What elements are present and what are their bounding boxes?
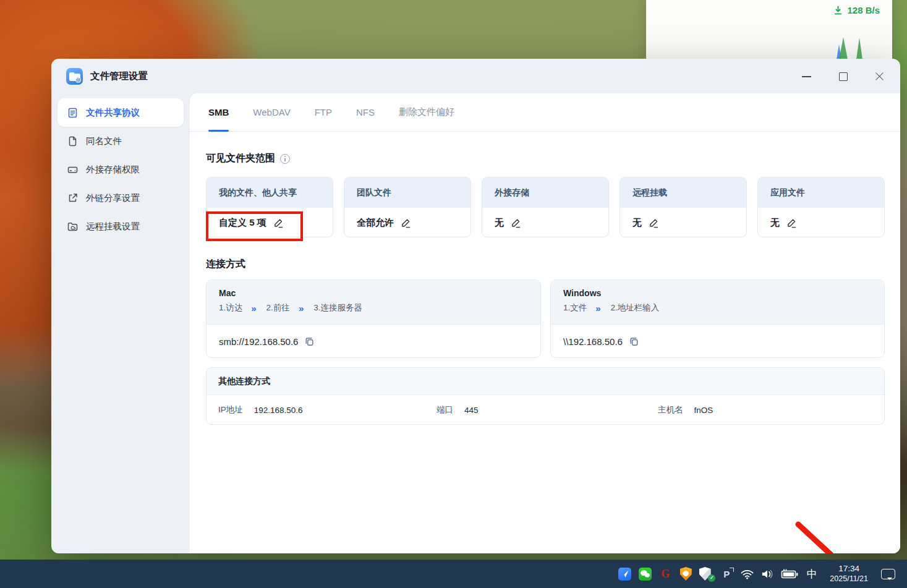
pointer-app-icon[interactable] (617, 565, 632, 583)
clock[interactable]: 17:34 2025/11/21 (830, 564, 868, 584)
clock-date: 2025/11/21 (830, 574, 868, 584)
protocol-tabs: SMB WebDAV FTP NFS 删除文件偏好 (190, 93, 900, 132)
edit-pencil-icon[interactable] (401, 218, 411, 228)
download-icon (833, 6, 843, 15)
connection-steps: 1.文件 » 2.地址栏输入 (563, 302, 872, 313)
mac-connection-card: Mac 1.访达 » 2.前往 » 3.连接服务器 smb: (206, 279, 541, 358)
traffic-graph (833, 35, 870, 59)
maximize-button[interactable] (838, 72, 848, 81)
wechat-icon[interactable] (637, 565, 652, 583)
pixpin-icon[interactable]: P (719, 565, 734, 583)
section-visible-folder-scope: 可见文件夹范围 (206, 152, 885, 165)
minimize-button[interactable] (802, 72, 811, 81)
download-speed-value: 128 B/s (847, 5, 880, 15)
close-button[interactable] (875, 72, 884, 81)
sidebar-item-external-link-sharing[interactable]: 外链分享设置 (57, 184, 184, 212)
section-title: 可见文件夹范围 (206, 152, 275, 165)
connection-steps: 1.访达 » 2.前往 » 3.连接服务器 (219, 302, 528, 313)
sidebar-item-remote-mount-settings[interactable]: 远程挂载设置 (57, 212, 184, 241)
ip-address-field: IP地址 192.168.50.6 (218, 395, 303, 425)
tab-smb[interactable]: SMB (208, 93, 229, 132)
document-icon (67, 107, 79, 119)
step: 2.前往 (266, 302, 290, 313)
sidebar-item-external-storage-permissions[interactable]: 外接存储权限 (57, 155, 184, 184)
chevrons-icon: » (299, 303, 305, 313)
section-connection-methods: 连接方式 (206, 258, 885, 271)
huorong-security-icon[interactable] (678, 565, 693, 583)
sidebar-item-file-sharing-protocols[interactable]: 文件共享协议 (57, 98, 184, 127)
notification-center-icon[interactable] (877, 565, 898, 583)
sidebar-item-label: 外接存储权限 (86, 164, 140, 176)
field-value: fnOS (694, 406, 713, 415)
sidebar-item-label: 远程挂载设置 (86, 221, 140, 232)
tab-ftp[interactable]: FTP (315, 93, 332, 132)
settings-sidebar: 文件共享协议 同名文件 外接存储权限 (51, 93, 190, 553)
volume-icon[interactable] (760, 565, 775, 583)
file-management-settings-window: 文件管理设置 文件共享协议 同名文 (51, 59, 900, 553)
card-title: 外接存储 (482, 177, 608, 208)
edit-pencil-icon[interactable] (649, 218, 659, 228)
file-manager-app-icon (66, 68, 83, 85)
g-app-icon[interactable]: G (658, 565, 673, 583)
port-field: 端口 445 (436, 395, 479, 425)
step: 1.访达 (219, 302, 242, 313)
other-connection-card: 其他连接方式 IP地址 192.168.50.6 端口 445 (206, 367, 885, 425)
card-title: 远程挂载 (620, 177, 746, 208)
chevrons-icon: » (595, 303, 602, 313)
card-title: 我的文件、他人共享 (207, 177, 333, 208)
card-value: 无 (495, 217, 504, 229)
desktop: 128 B/s 文件管理设置 (0, 0, 907, 588)
sidebar-item-label: 外链分享设置 (86, 192, 140, 204)
sidebar-item-same-name-files[interactable]: 同名文件 (57, 127, 184, 155)
g-app-glyph: G (661, 568, 670, 581)
drive-icon (67, 164, 79, 176)
folder-scope-card-my-files: 我的文件、他人共享 自定义 5 项 (206, 177, 333, 237)
tab-delete-file-preference[interactable]: 删除文件偏好 (399, 93, 454, 132)
platform-name: Windows (563, 288, 872, 298)
card-value: 无 (632, 217, 642, 229)
file-icon (67, 135, 79, 147)
card-value: 无 (770, 217, 780, 229)
remote-folder-icon (67, 221, 79, 232)
smb-address: smb://192.168.50.6 (219, 336, 298, 347)
windows-connection-card: Windows 1.文件 » 2.地址栏输入 \\192.168.50.6 (550, 279, 885, 358)
windows-security-icon[interactable]: ✓ (699, 565, 713, 583)
step: 3.连接服务器 (313, 302, 362, 313)
card-title: 团队文件 (344, 177, 471, 208)
field-label: IP地址 (218, 404, 243, 415)
field-label: 端口 (436, 404, 453, 415)
unc-address: \\192.168.50.6 (563, 336, 623, 347)
folder-scope-card-remote-mount: 远程挂载 无 (620, 177, 747, 237)
folder-scope-card-external-storage: 外接存储 无 (482, 177, 609, 237)
settings-content: SMB WebDAV FTP NFS 删除文件偏好 可见文件夹范围 我的文件、他… (190, 93, 900, 553)
other-connection-title: 其他连接方式 (207, 368, 884, 395)
tab-nfs[interactable]: NFS (356, 93, 375, 132)
copy-icon[interactable] (304, 336, 315, 347)
chevrons-icon: » (251, 303, 257, 313)
card-title: 应用文件 (758, 177, 884, 208)
copy-icon[interactable] (629, 336, 639, 347)
connection-cards: Mac 1.访达 » 2.前往 » 3.连接服务器 smb: (206, 279, 885, 358)
tab-webdav[interactable]: WebDAV (253, 93, 290, 132)
card-value: 自定义 5 项 (219, 217, 266, 229)
sidebar-item-label: 同名文件 (86, 135, 122, 147)
card-value: 全部允许 (357, 217, 394, 229)
edit-pencil-icon[interactable] (511, 218, 521, 228)
field-value: 192.168.50.6 (254, 406, 303, 415)
share-link-icon (67, 192, 79, 204)
platform-name: Mac (219, 288, 528, 298)
battery-icon[interactable] (780, 565, 799, 583)
visible-folder-cards: 我的文件、他人共享 自定义 5 项 团队文件 全部允许 (206, 177, 885, 237)
edit-pencil-icon[interactable] (786, 218, 797, 228)
security-check-badge: ✓ (708, 574, 715, 582)
hostname-field: 主机名 fnOS (658, 395, 713, 425)
wifi-icon[interactable] (739, 565, 754, 583)
edit-pencil-icon[interactable] (273, 218, 284, 228)
step: 2.地址栏输入 (611, 302, 660, 313)
folder-scope-card-app-files: 应用文件 无 (757, 177, 885, 237)
window-title: 文件管理设置 (90, 70, 148, 83)
ime-indicator[interactable]: 中 (804, 565, 819, 583)
clock-time: 17:34 (838, 564, 859, 574)
info-icon[interactable] (280, 154, 290, 164)
field-label: 主机名 (658, 404, 683, 415)
